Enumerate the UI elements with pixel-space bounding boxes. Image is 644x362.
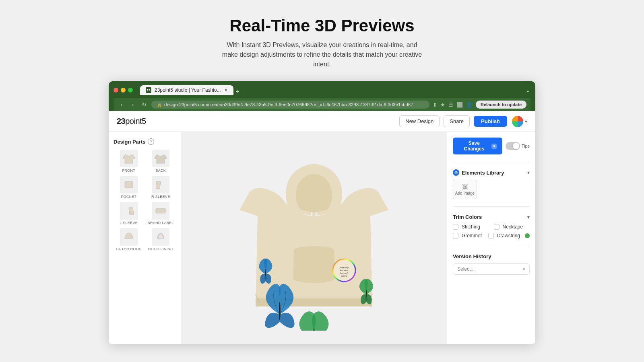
tab-favicon: 23 bbox=[146, 87, 151, 93]
part-thumbnail-front bbox=[120, 150, 138, 167]
part-item-rsleeve[interactable]: R SLEEVE bbox=[146, 176, 176, 199]
part-item-brandlabel[interactable]: BRAND LABEL bbox=[146, 202, 176, 225]
elements-library-chevron: ▾ bbox=[527, 170, 530, 175]
browser-chrome: 23 23point5 studio | Your Fashio... ✕ + … bbox=[109, 81, 535, 111]
svg-point-3 bbox=[279, 302, 281, 320]
page-header: Real-Time 3D Previews With Instant 3D Pr… bbox=[221, 16, 423, 69]
version-history-body: Select... ▾ bbox=[453, 263, 530, 275]
svg-text:they only: they only bbox=[340, 266, 349, 269]
drawstring-checkbox[interactable] bbox=[488, 233, 494, 239]
part-item-outerhood[interactable]: OUTER HOOD bbox=[114, 228, 144, 251]
traffic-light-red[interactable] bbox=[114, 88, 118, 93]
part-thumbnail-hoodlining bbox=[152, 228, 169, 246]
avatar[interactable] bbox=[511, 115, 524, 128]
nav-forward-button[interactable]: › bbox=[129, 101, 137, 108]
app-topbar: 23point5 New Design Share Publish ▾ bbox=[109, 111, 535, 132]
publish-button[interactable]: Publish bbox=[474, 116, 507, 127]
topbar-actions: New Design Share Publish ▾ bbox=[399, 115, 527, 128]
share-button[interactable]: Share bbox=[444, 115, 470, 127]
add-image-icon: 🖼 bbox=[462, 184, 468, 190]
tab-new-button[interactable]: + bbox=[236, 88, 239, 95]
center-canvas: they only fear what they can't control bbox=[181, 132, 447, 344]
svg-text:control: control bbox=[341, 275, 347, 277]
part-label-back: BACK bbox=[155, 169, 166, 173]
app-logo: 23point5 bbox=[117, 117, 146, 126]
part-thumbnail-back bbox=[152, 150, 169, 167]
elements-library-title: ◎ Elements Library bbox=[453, 169, 504, 176]
svg-point-7 bbox=[366, 289, 367, 297]
nav-refresh-button[interactable]: ↻ bbox=[140, 101, 148, 108]
avatar-group: ▾ bbox=[511, 115, 527, 128]
tab-close-button[interactable]: ✕ bbox=[224, 88, 228, 93]
trim-colors-header[interactable]: Trim Colors ▾ bbox=[453, 214, 530, 220]
add-image-button[interactable]: 🖼 Add Image bbox=[453, 180, 477, 199]
trim-colors-body: Stitching Necktape Grommet bbox=[453, 224, 530, 239]
part-label-lsleeve: L SLEEVE bbox=[120, 221, 138, 225]
elements-library-header[interactable]: ◎ Elements Library ▾ bbox=[453, 169, 530, 176]
stitching-label: Stitching bbox=[462, 224, 480, 230]
avatar-chevron-icon[interactable]: ▾ bbox=[525, 119, 527, 124]
necktape-checkbox[interactable] bbox=[494, 224, 500, 230]
app-main: Design Parts ? FRONT bbox=[109, 132, 535, 344]
drawstring-option: Drawstring bbox=[488, 233, 530, 239]
profile-icon[interactable]: 👤 bbox=[466, 102, 473, 108]
part-item-back[interactable]: BACK bbox=[146, 150, 176, 173]
tips-toggle[interactable] bbox=[506, 142, 520, 150]
part-thumbnail-brandlabel bbox=[152, 202, 169, 220]
window-expand-icon[interactable]: ⌄ bbox=[526, 87, 530, 93]
lock-icon: 🔒 bbox=[157, 103, 162, 107]
stitching-checkbox[interactable] bbox=[453, 224, 458, 230]
save-chevron-icon: ▾ bbox=[491, 144, 497, 149]
part-item-pocket[interactable]: POCKET bbox=[114, 176, 144, 199]
toggle-tips: Tips bbox=[506, 142, 530, 150]
part-thumbnail-pocket bbox=[120, 176, 138, 193]
design-parts-title: Design Parts bbox=[114, 139, 145, 145]
traffic-lights bbox=[114, 88, 133, 93]
part-item-hoodlining[interactable]: HOOD LINING bbox=[146, 228, 176, 251]
version-history-header: Version History bbox=[453, 253, 530, 259]
share-icon[interactable]: ⬆ bbox=[433, 102, 437, 108]
app-content: 23point5 New Design Share Publish ▾ Desi… bbox=[109, 111, 535, 344]
part-label-front: FRONT bbox=[122, 169, 136, 173]
save-changes-button[interactable]: Save Changes ▾ bbox=[453, 138, 502, 154]
nav-back-button[interactable]: ‹ bbox=[118, 101, 126, 108]
page-subtitle: With Instant 3D Previews, visualize your… bbox=[221, 40, 423, 69]
address-field[interactable]: 🔒 design.23point5.com/create/a30d39e4-9e… bbox=[151, 101, 429, 109]
svg-text:fear what: fear what bbox=[340, 269, 349, 272]
relaunch-button[interactable]: Relaunch to update bbox=[476, 101, 526, 109]
browser-tab-active[interactable]: 23 23point5 studio | Your Fashio... ✕ bbox=[140, 85, 233, 95]
address-bar: ‹ › ↻ 🔒 design.23point5.com/create/a30d3… bbox=[114, 98, 530, 111]
trim-colors-title: Trim Colors bbox=[453, 214, 482, 220]
left-panel: Design Parts ? FRONT bbox=[109, 132, 181, 344]
logo-text: 23 bbox=[117, 117, 125, 125]
divider-2 bbox=[453, 206, 530, 207]
version-select-dropdown[interactable]: Select... ▾ bbox=[453, 263, 530, 275]
address-toolbar-right: ⬆ ★ ☰ ⬜ 👤 Relaunch to update bbox=[433, 101, 526, 109]
sidebar-icon[interactable]: ⬜ bbox=[456, 102, 463, 108]
traffic-light-yellow[interactable] bbox=[121, 88, 126, 93]
elements-library-icon: ◎ bbox=[453, 169, 459, 176]
new-design-button[interactable]: New Design bbox=[399, 115, 440, 127]
bookmark-icon[interactable]: ★ bbox=[440, 102, 445, 108]
divider-3 bbox=[453, 246, 530, 246]
grommet-option: Grommet bbox=[453, 233, 483, 239]
divider-1 bbox=[453, 162, 530, 162]
hoodie-svg: they only fear what they can't control bbox=[233, 146, 394, 331]
part-item-lsleeve[interactable]: L SLEEVE bbox=[114, 202, 144, 225]
part-label-outerhood: OUTER HOOD bbox=[116, 247, 142, 251]
drawstring-color-dot[interactable] bbox=[525, 233, 530, 238]
elements-library-section: ◎ Elements Library ▾ 🖼 Add Image bbox=[453, 169, 530, 199]
part-item-front[interactable]: FRONT bbox=[114, 150, 144, 173]
hoodie-display: they only fear what they can't control bbox=[233, 146, 394, 331]
grommet-checkbox[interactable] bbox=[453, 233, 458, 239]
trim-colors-section: Trim Colors ▾ Stitching bbox=[453, 214, 530, 239]
version-history-section: Version History Select... ▾ bbox=[453, 253, 530, 275]
stitching-option: Stitching bbox=[453, 224, 489, 230]
reading-list-icon[interactable]: ☰ bbox=[448, 102, 453, 108]
svg-point-6 bbox=[265, 269, 266, 277]
tab-title: 23point5 studio | Your Fashio... bbox=[155, 87, 221, 93]
page-title: Real-Time 3D Previews bbox=[221, 16, 423, 35]
help-icon[interactable]: ? bbox=[148, 138, 154, 145]
svg-text:they can't: they can't bbox=[340, 272, 349, 274]
traffic-light-green[interactable] bbox=[128, 88, 133, 93]
